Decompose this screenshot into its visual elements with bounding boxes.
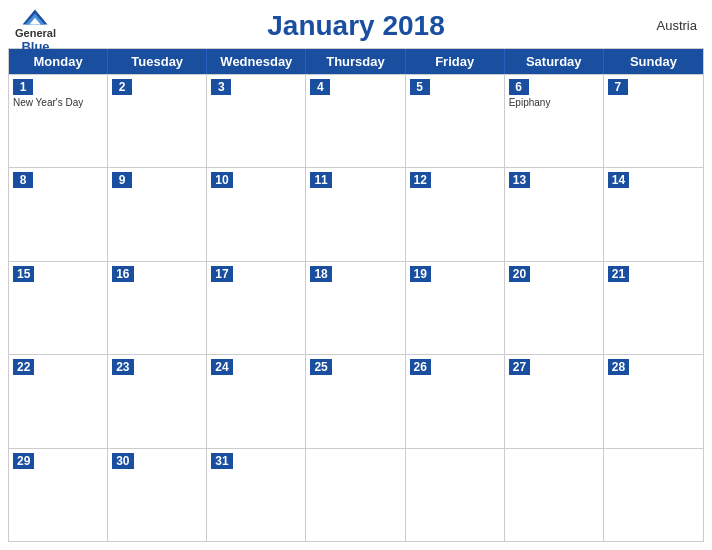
cell-4-1: 22 [9,355,108,447]
cell-5-1: 29 [9,449,108,541]
cell-5-7 [604,449,703,541]
header-friday: Friday [406,49,505,74]
week-1: 1New Year's Day23456Epiphany7 [9,74,703,167]
day-number: 21 [608,266,629,282]
cell-4-6: 27 [505,355,604,447]
day-number: 1 [13,79,33,95]
day-number: 30 [112,453,133,469]
cell-2-3: 10 [207,168,306,260]
day-number: 12 [410,172,431,188]
day-number: 15 [13,266,34,282]
cell-1-2: 2 [108,75,207,167]
header-thursday: Thursday [306,49,405,74]
cell-3-4: 18 [306,262,405,354]
day-number: 16 [112,266,133,282]
day-number: 22 [13,359,34,375]
cell-3-5: 19 [406,262,505,354]
day-number: 6 [509,79,529,95]
day-number: 2 [112,79,132,95]
day-number: 26 [410,359,431,375]
day-number: 28 [608,359,629,375]
day-number: 14 [608,172,629,188]
page-header: General Blue January 2018 Austria [0,0,712,48]
cell-2-7: 14 [604,168,703,260]
cell-2-1: 8 [9,168,108,260]
day-number: 17 [211,266,232,282]
cell-2-5: 12 [406,168,505,260]
cell-1-3: 3 [207,75,306,167]
calendar-grid: Monday Tuesday Wednesday Thursday Friday… [8,48,704,542]
holiday-label: New Year's Day [13,97,103,109]
week-3: 15161718192021 [9,261,703,354]
day-number: 11 [310,172,331,188]
calendar-title: January 2018 [15,10,697,42]
cell-1-4: 4 [306,75,405,167]
cell-1-1: 1New Year's Day [9,75,108,167]
country-label: Austria [657,18,697,33]
day-number: 9 [112,172,132,188]
day-number: 18 [310,266,331,282]
cell-5-2: 30 [108,449,207,541]
calendar-page: General Blue January 2018 Austria Monday… [0,0,712,550]
cell-5-5 [406,449,505,541]
cell-4-7: 28 [604,355,703,447]
day-number: 8 [13,172,33,188]
day-number: 7 [608,79,628,95]
week-4: 22232425262728 [9,354,703,447]
header-saturday: Saturday [505,49,604,74]
weeks-container: 1New Year's Day23456Epiphany789101112131… [9,74,703,541]
holiday-label: Epiphany [509,97,599,109]
day-number: 13 [509,172,530,188]
day-number: 10 [211,172,232,188]
logo-icon [21,8,49,26]
day-number: 24 [211,359,232,375]
logo: General Blue [15,8,56,54]
month-year-heading: January 2018 [15,10,697,42]
day-number: 27 [509,359,530,375]
cell-2-6: 13 [505,168,604,260]
logo-general-text: General [15,27,56,39]
day-number: 19 [410,266,431,282]
cell-4-2: 23 [108,355,207,447]
day-number: 29 [13,453,34,469]
cell-1-7: 7 [604,75,703,167]
header-wednesday: Wednesday [207,49,306,74]
cell-5-3: 31 [207,449,306,541]
cell-4-4: 25 [306,355,405,447]
cell-3-7: 21 [604,262,703,354]
cell-5-4 [306,449,405,541]
cell-2-4: 11 [306,168,405,260]
day-number: 31 [211,453,232,469]
cell-4-3: 24 [207,355,306,447]
days-header: Monday Tuesday Wednesday Thursday Friday… [9,49,703,74]
cell-5-6 [505,449,604,541]
cell-3-6: 20 [505,262,604,354]
cell-1-6: 6Epiphany [505,75,604,167]
cell-1-5: 5 [406,75,505,167]
day-number: 20 [509,266,530,282]
day-number: 3 [211,79,231,95]
day-number: 25 [310,359,331,375]
day-number: 5 [410,79,430,95]
week-5: 293031 [9,448,703,541]
header-sunday: Sunday [604,49,703,74]
cell-3-3: 17 [207,262,306,354]
header-tuesday: Tuesday [108,49,207,74]
day-number: 4 [310,79,330,95]
logo-blue-text: Blue [21,39,49,54]
cell-2-2: 9 [108,168,207,260]
week-2: 891011121314 [9,167,703,260]
cell-3-2: 16 [108,262,207,354]
day-number: 23 [112,359,133,375]
cell-3-1: 15 [9,262,108,354]
cell-4-5: 26 [406,355,505,447]
